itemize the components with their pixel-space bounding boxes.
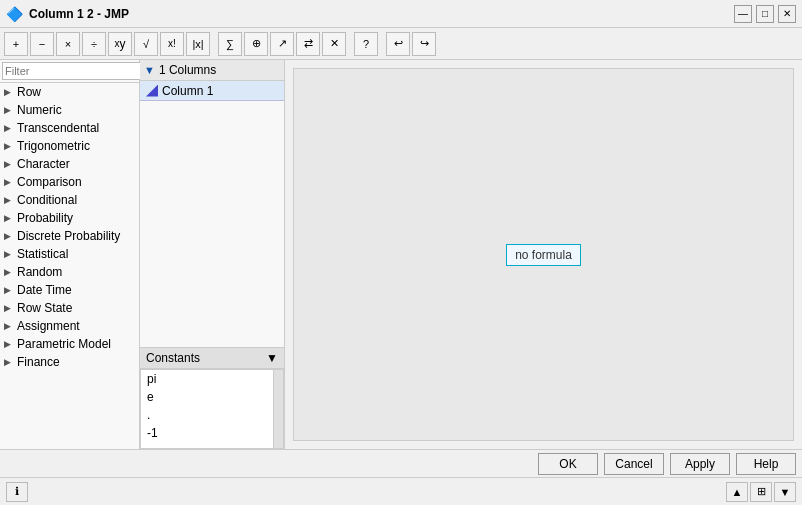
help-button[interactable]: Help — [736, 453, 796, 475]
no-formula-text: no formula — [515, 248, 572, 262]
nav-item[interactable]: ▶Row — [0, 83, 139, 101]
nav-item[interactable]: ▶Parametric Model — [0, 335, 139, 353]
nav-label: Finance — [17, 355, 60, 369]
nav-item[interactable]: ▶Trigonometric — [0, 137, 139, 155]
redo-button[interactable]: ↪ — [412, 32, 436, 56]
exchange-button[interactable]: ⇄ — [296, 32, 320, 56]
nav-label: Numeric — [17, 103, 62, 117]
columns-count-label: 1 Columns — [159, 63, 216, 77]
filter-input[interactable] — [2, 62, 146, 80]
sqrt-button[interactable]: √ — [134, 32, 158, 56]
nav-item[interactable]: ▶Statistical — [0, 245, 139, 263]
constants-dropdown-icon: ▼ — [266, 351, 278, 365]
columns-dropdown-icon[interactable]: ▼ — [144, 64, 155, 76]
nav-item[interactable]: ▶Row State — [0, 299, 139, 317]
nav-item[interactable]: ▶Comparison — [0, 173, 139, 191]
ok-button[interactable]: OK — [538, 453, 598, 475]
info-button[interactable]: ℹ — [6, 482, 28, 502]
nav-label: Row State — [17, 301, 72, 315]
nav-arrow: ▶ — [4, 285, 14, 295]
nav-item[interactable]: ▶Discrete Probability — [0, 227, 139, 245]
maximize-button[interactable]: □ — [756, 5, 774, 23]
nav-label: Parametric Model — [17, 337, 111, 351]
arrow-button[interactable]: ↗ — [270, 32, 294, 56]
apply-button[interactable]: Apply — [670, 453, 730, 475]
sum-button[interactable]: ∑ — [218, 32, 242, 56]
nav-label: Discrete Probability — [17, 229, 120, 243]
nav-arrow: ▶ — [4, 105, 14, 115]
constants-item[interactable]: . — [141, 406, 283, 424]
nav-arrow: ▶ — [4, 159, 14, 169]
nav-arrow: ▶ — [4, 231, 14, 241]
delete-button[interactable]: ✕ — [322, 32, 346, 56]
minimize-button[interactable]: — — [734, 5, 752, 23]
nav-arrow: ▶ — [4, 123, 14, 133]
help-toolbar-button[interactable]: ? — [354, 32, 378, 56]
nav-list: ▶Row▶Numeric▶Transcendental▶Trigonometri… — [0, 83, 139, 449]
main-area: 🔍 ▼ ▶Row▶Numeric▶Transcendental▶Trigonom… — [0, 60, 802, 449]
center-panel: ▼ 1 Columns Column 1 Constants ▼ pie.-1 — [140, 60, 285, 449]
divide-button[interactable]: ÷ — [82, 32, 106, 56]
nav-label: Random — [17, 265, 62, 279]
bottom-bar: OK Cancel Apply Help — [0, 449, 802, 477]
abs-button[interactable]: |x| — [186, 32, 210, 56]
nav-label: Probability — [17, 211, 73, 225]
nav-item[interactable]: ▶Numeric — [0, 101, 139, 119]
add-button[interactable]: + — [4, 32, 28, 56]
nav-item[interactable]: ▶Probability — [0, 209, 139, 227]
nav-label: Assignment — [17, 319, 80, 333]
nav-label: Transcendental — [17, 121, 99, 135]
no-formula-box: no formula — [506, 244, 581, 266]
nav-item[interactable]: ▶Assignment — [0, 317, 139, 335]
constants-item[interactable]: -1 — [141, 424, 283, 442]
constants-header[interactable]: Constants ▼ — [140, 348, 284, 369]
nav-arrow: ▶ — [4, 321, 14, 331]
columns-header: ▼ 1 Columns — [140, 60, 284, 81]
nav-item[interactable]: ▶Transcendental — [0, 119, 139, 137]
nav-item[interactable]: ▶Conditional — [0, 191, 139, 209]
search-button[interactable]: ⊕ — [244, 32, 268, 56]
formula-toolbar: + − × ÷ xy √ x! |x| ∑ ⊕ ↗ ⇄ ✕ ? ↩ ↪ — [0, 28, 802, 60]
nav-label: Conditional — [17, 193, 77, 207]
constants-section: Constants ▼ pie.-1 — [140, 347, 284, 449]
nav-label: Date Time — [17, 283, 72, 297]
constants-item[interactable]: pi — [141, 370, 283, 388]
nav-arrow: ▶ — [4, 249, 14, 259]
nav-arrow: ▶ — [4, 177, 14, 187]
nav-arrow: ▶ — [4, 87, 14, 97]
constants-list: pie.-1 — [140, 369, 284, 449]
left-nav-panel: 🔍 ▼ ▶Row▶Numeric▶Transcendental▶Trigonom… — [0, 60, 140, 449]
nav-label: Character — [17, 157, 70, 171]
column-icon — [146, 85, 158, 97]
status-dropdown-button[interactable]: ▼ — [774, 482, 796, 502]
window-title: Column 1 2 - JMP — [29, 7, 129, 21]
nav-item[interactable]: ▶Random — [0, 263, 139, 281]
subtract-button[interactable]: − — [30, 32, 54, 56]
nav-arrow: ▶ — [4, 357, 14, 367]
column-item[interactable]: Column 1 — [140, 81, 284, 101]
cancel-button[interactable]: Cancel — [604, 453, 664, 475]
nav-arrow: ▶ — [4, 267, 14, 277]
nav-item[interactable]: ▶Finance — [0, 353, 139, 371]
nav-label: Trigonometric — [17, 139, 90, 153]
undo-button[interactable]: ↩ — [386, 32, 410, 56]
nav-item[interactable]: ▶Date Time — [0, 281, 139, 299]
app-icon: 🔷 — [6, 6, 23, 22]
up-button[interactable]: ▲ — [726, 482, 748, 502]
grid-button[interactable]: ⊞ — [750, 482, 772, 502]
nav-item[interactable]: ▶Character — [0, 155, 139, 173]
nav-arrow: ▶ — [4, 195, 14, 205]
status-bar: ℹ ▲ ⊞ ▼ — [0, 477, 802, 505]
close-button[interactable]: ✕ — [778, 5, 796, 23]
nav-arrow: ▶ — [4, 141, 14, 151]
title-bar: 🔷 Column 1 2 - JMP — □ ✕ — [0, 0, 802, 28]
nav-arrow: ▶ — [4, 339, 14, 349]
nav-arrow: ▶ — [4, 213, 14, 223]
log-button[interactable]: x! — [160, 32, 184, 56]
constants-item[interactable]: e — [141, 388, 283, 406]
nav-label: Row — [17, 85, 41, 99]
multiply-button[interactable]: × — [56, 32, 80, 56]
power-button[interactable]: xy — [108, 32, 132, 56]
formula-area: no formula — [285, 60, 802, 449]
constants-label: Constants — [146, 351, 200, 365]
